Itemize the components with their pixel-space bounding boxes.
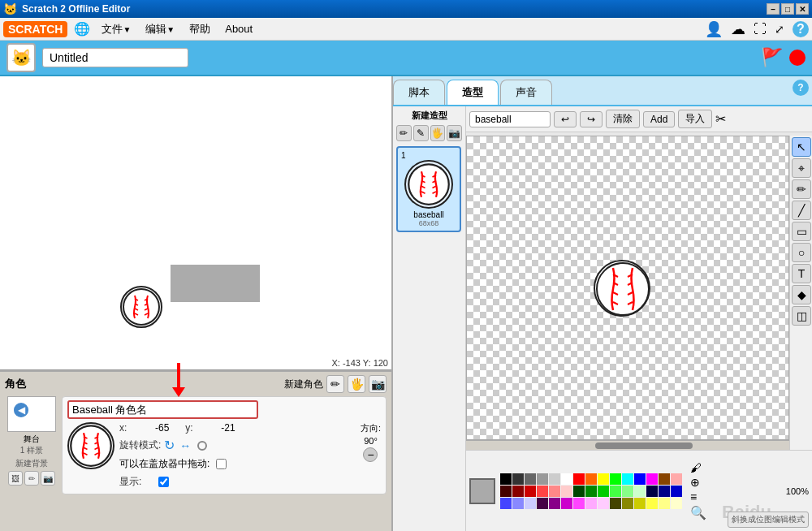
ellipse-tool[interactable]: ○ xyxy=(792,243,811,262)
tab-sound[interactable]: 声音 xyxy=(500,80,552,105)
tab-costume[interactable]: 造型 xyxy=(447,80,499,105)
costume-hand-button[interactable]: 🖐 xyxy=(430,125,446,141)
toolbar-icon-fullscreen[interactable]: ⛶ xyxy=(754,22,767,37)
paint-canvas[interactable] xyxy=(466,136,789,440)
color-cell[interactable] xyxy=(622,486,633,497)
stop-button[interactable] xyxy=(789,50,806,66)
minimize-button[interactable]: – xyxy=(767,3,780,15)
line-tool[interactable]: ╱ xyxy=(792,201,811,220)
color-cell[interactable] xyxy=(598,473,609,485)
color-cell[interactable] xyxy=(573,473,585,485)
scrollbar-thumb[interactable] xyxy=(595,442,692,449)
paint-icon-1[interactable]: 🖌 xyxy=(690,461,706,474)
toolbar-icon-resize[interactable]: ⤢ xyxy=(775,23,784,36)
crop-icon[interactable]: ✂ xyxy=(715,111,726,127)
color-cell[interactable] xyxy=(525,498,536,509)
backdrop-camera-icon[interactable]: 📷 xyxy=(41,471,55,486)
color-cell[interactable] xyxy=(549,473,560,485)
color-cell[interactable] xyxy=(512,473,524,485)
minus-button[interactable]: − xyxy=(363,447,378,462)
color-cell[interactable] xyxy=(500,498,512,509)
color-cell[interactable] xyxy=(634,498,646,509)
sprite-name-input[interactable] xyxy=(67,400,258,419)
color-cell[interactable] xyxy=(610,473,621,485)
color-cell[interactable] xyxy=(659,498,670,509)
left-nav-arrow[interactable]: ◀ xyxy=(14,403,28,417)
reshape-tool[interactable]: ⌖ xyxy=(792,158,811,178)
current-color-swatch[interactable] xyxy=(469,478,495,504)
help-button[interactable]: ? xyxy=(793,80,809,96)
drag-checkbox[interactable] xyxy=(216,459,227,469)
color-cell[interactable] xyxy=(537,498,548,509)
file-menu[interactable]: 文件▼ xyxy=(95,19,137,40)
color-cell[interactable] xyxy=(585,486,597,497)
color-cell[interactable] xyxy=(585,498,597,509)
color-cell[interactable] xyxy=(646,473,658,485)
color-cell[interactable] xyxy=(622,473,633,485)
color-cell[interactable] xyxy=(598,486,609,497)
color-cell[interactable] xyxy=(573,486,585,497)
color-cell[interactable] xyxy=(525,473,536,485)
backdrop-edit-icon[interactable]: ✏ xyxy=(24,471,39,486)
help-menu[interactable]: 帮助 xyxy=(183,19,217,40)
color-cell[interactable] xyxy=(634,486,646,497)
costume-paint-button[interactable]: ✏ xyxy=(396,125,412,141)
text-tool[interactable]: T xyxy=(792,264,811,283)
maximize-button[interactable]: □ xyxy=(781,3,794,15)
show-checkbox[interactable] xyxy=(158,477,169,487)
clear-button[interactable]: 清除 xyxy=(606,110,640,128)
pointer-tool[interactable]: ↖ xyxy=(792,137,811,157)
new-sprite-drag-button[interactable]: 🖐 xyxy=(348,375,365,393)
color-cell[interactable] xyxy=(634,473,646,485)
color-cell[interactable] xyxy=(646,486,658,497)
pencil-tool[interactable]: ✏ xyxy=(792,179,811,199)
color-cell[interactable] xyxy=(671,473,682,485)
rotate-lr-btn[interactable]: ↔ xyxy=(179,439,191,452)
add-button[interactable]: Add xyxy=(643,111,675,127)
rect-tool[interactable]: ▭ xyxy=(792,222,811,241)
color-cell[interactable] xyxy=(585,473,597,485)
globe-icon[interactable]: 🌐 xyxy=(74,21,90,37)
color-cell[interactable] xyxy=(561,498,572,509)
toolbar-icon-help[interactable]: ? xyxy=(793,21,809,37)
close-button[interactable]: ✕ xyxy=(796,3,809,15)
color-cell[interactable] xyxy=(549,486,560,497)
color-cell[interactable] xyxy=(549,498,560,509)
color-cell[interactable] xyxy=(500,473,512,485)
color-cell[interactable] xyxy=(622,498,633,509)
color-cell[interactable] xyxy=(610,498,621,509)
costume-item[interactable]: 1 xyxy=(396,146,461,232)
new-sprite-camera-button[interactable]: 📷 xyxy=(369,375,387,393)
color-cell[interactable] xyxy=(561,473,572,485)
vector-mode-label[interactable]: 斜换成位图编辑模式 xyxy=(728,512,809,528)
color-cell[interactable] xyxy=(512,498,524,509)
redo-button[interactable]: ↪ xyxy=(580,111,603,127)
color-cell[interactable] xyxy=(537,473,548,485)
green-flag-button[interactable]: 🚩 xyxy=(761,47,783,68)
horizontal-scrollbar[interactable] xyxy=(466,440,789,450)
color-cell[interactable] xyxy=(610,486,621,497)
color-cell[interactable] xyxy=(671,498,682,509)
color-cell[interactable] xyxy=(671,486,682,497)
eraser-tool[interactable]: ◫ xyxy=(792,306,811,326)
costume-edit-button[interactable]: ✎ xyxy=(413,125,429,141)
color-cell[interactable] xyxy=(659,486,670,497)
toolbar-icon-person[interactable]: 👤 xyxy=(705,20,723,38)
costume-name-input[interactable] xyxy=(469,111,551,127)
color-cell[interactable] xyxy=(659,473,670,485)
edit-menu[interactable]: 编辑▼ xyxy=(139,19,181,40)
tab-script[interactable]: 脚本 xyxy=(393,80,445,105)
new-sprite-paint-button[interactable]: ✏ xyxy=(326,375,344,393)
backdrop-paint-icon[interactable]: 🖼 xyxy=(8,471,23,486)
color-cell[interactable] xyxy=(500,486,512,497)
project-title-input[interactable] xyxy=(42,48,188,67)
color-cell[interactable] xyxy=(525,486,536,497)
costume-camera-button[interactable]: 📷 xyxy=(447,125,462,141)
color-cell[interactable] xyxy=(512,486,524,497)
paint-icon-2[interactable]: ⊕ xyxy=(690,476,706,489)
undo-button[interactable]: ↩ xyxy=(554,111,577,127)
new-backdrop-button[interactable]: 新建背景 🖼 ✏ 📷 xyxy=(8,458,55,486)
about-menu[interactable]: About xyxy=(218,19,259,38)
baseball-sprite-stage[interactable] xyxy=(120,286,162,328)
color-cell[interactable] xyxy=(561,486,572,497)
